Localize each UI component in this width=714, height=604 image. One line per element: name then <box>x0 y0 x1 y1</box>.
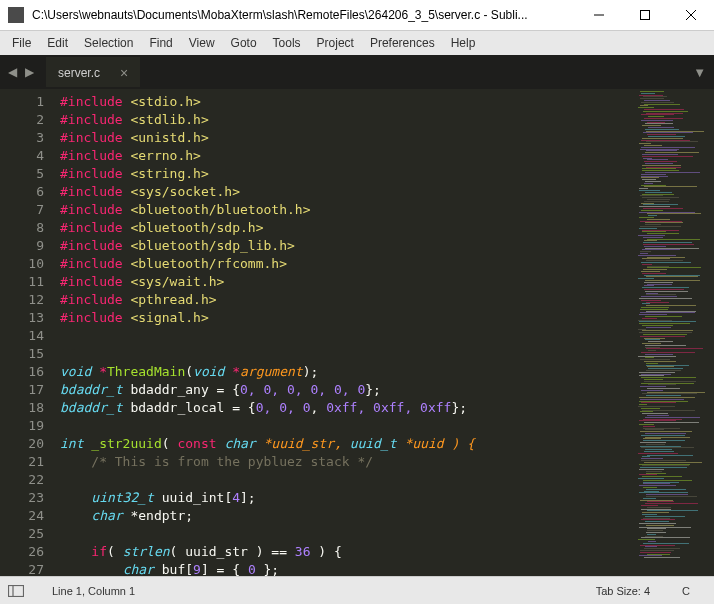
code-line: #include <sys/socket.h> <box>60 183 636 201</box>
code-line: if( strlen( uuid_str ) == 36 ) { <box>60 543 636 561</box>
tab-label: server.c <box>58 66 100 80</box>
app-icon <box>8 7 24 23</box>
code-editor[interactable]: #include <stdio.h>#include <stdlib.h>#in… <box>56 89 636 576</box>
line-number: 9 <box>0 237 44 255</box>
code-line <box>60 471 636 489</box>
window-controls <box>576 0 714 31</box>
minimize-button[interactable] <box>576 0 622 31</box>
line-number: 1 <box>0 93 44 111</box>
code-line: uint32_t uuid_int[4]; <box>60 489 636 507</box>
code-line: int _str2uuid( const char *uuid_str, uui… <box>60 435 636 453</box>
code-line: /* This is from the pybluez stack */ <box>60 453 636 471</box>
code-line: #include <unistd.h> <box>60 129 636 147</box>
menu-selection[interactable]: Selection <box>76 34 141 52</box>
line-number: 4 <box>0 147 44 165</box>
menu-edit[interactable]: Edit <box>39 34 76 52</box>
code-line <box>60 345 636 363</box>
line-number: 23 <box>0 489 44 507</box>
code-line: #include <string.h> <box>60 165 636 183</box>
menu-file[interactable]: File <box>4 34 39 52</box>
code-line: #include <errno.h> <box>60 147 636 165</box>
line-number: 15 <box>0 345 44 363</box>
code-line: char *endptr; <box>60 507 636 525</box>
tab-server-c[interactable]: server.c × <box>46 57 140 87</box>
close-button[interactable] <box>668 0 714 31</box>
code-line: #include <stdlib.h> <box>60 111 636 129</box>
line-number: 2 <box>0 111 44 129</box>
line-number: 10 <box>0 255 44 273</box>
code-line <box>60 417 636 435</box>
tab-strip: ◀ ▶ server.c × ▼ <box>0 55 714 89</box>
line-number: 17 <box>0 381 44 399</box>
code-line: #include <stdio.h> <box>60 93 636 111</box>
code-line: #include <pthread.h> <box>60 291 636 309</box>
menu-find[interactable]: Find <box>141 34 180 52</box>
status-tab-size[interactable]: Tab Size: 4 <box>580 585 666 597</box>
menu-goto[interactable]: Goto <box>223 34 265 52</box>
code-line: #include <sys/wait.h> <box>60 273 636 291</box>
line-number: 3 <box>0 129 44 147</box>
menu-help[interactable]: Help <box>443 34 484 52</box>
line-number: 5 <box>0 165 44 183</box>
code-line: #include <signal.h> <box>60 309 636 327</box>
code-line: bdaddr_t bdaddr_any = {0, 0, 0, 0, 0, 0}… <box>60 381 636 399</box>
line-number: 25 <box>0 525 44 543</box>
line-number: 26 <box>0 543 44 561</box>
line-number: 13 <box>0 309 44 327</box>
code-line <box>60 327 636 345</box>
tab-prev-icon[interactable]: ◀ <box>6 63 19 81</box>
line-number: 19 <box>0 417 44 435</box>
code-line: #include <bluetooth/bluetooth.h> <box>60 201 636 219</box>
line-number: 27 <box>0 561 44 579</box>
code-line: bdaddr_t bdaddr_local = {0, 0, 0, 0xff, … <box>60 399 636 417</box>
line-number: 16 <box>0 363 44 381</box>
tab-next-icon[interactable]: ▶ <box>23 63 36 81</box>
line-number: 8 <box>0 219 44 237</box>
menu-view[interactable]: View <box>181 34 223 52</box>
editor-area: 1234567891011121314151617181920212223242… <box>0 89 714 576</box>
code-line: #include <bluetooth/sdp_lib.h> <box>60 237 636 255</box>
line-number: 22 <box>0 471 44 489</box>
svg-rect-1 <box>641 11 650 20</box>
minimap[interactable] <box>636 89 714 576</box>
line-number: 21 <box>0 453 44 471</box>
code-line: #include <bluetooth/rfcomm.h> <box>60 255 636 273</box>
title-bar: C:\Users\webnauts\Documents\MobaXterm\sl… <box>0 0 714 31</box>
line-gutter[interactable]: 1234567891011121314151617181920212223242… <box>0 89 56 576</box>
menu-preferences[interactable]: Preferences <box>362 34 443 52</box>
menu-bar: File Edit Selection Find View Goto Tools… <box>0 31 714 55</box>
status-bar: Line 1, Column 1 Tab Size: 4 C <box>0 576 714 604</box>
line-number: 18 <box>0 399 44 417</box>
menu-project[interactable]: Project <box>309 34 362 52</box>
code-line <box>60 525 636 543</box>
tab-menu-icon[interactable]: ▼ <box>693 65 706 80</box>
panel-switcher-icon[interactable] <box>8 585 24 597</box>
line-number: 12 <box>0 291 44 309</box>
tab-close-icon[interactable]: × <box>120 65 128 81</box>
window-title: C:\Users\webnauts\Documents\MobaXterm\sl… <box>32 8 576 22</box>
line-number: 24 <box>0 507 44 525</box>
line-number: 6 <box>0 183 44 201</box>
svg-rect-4 <box>9 585 24 596</box>
code-line: char buf[9] = { 0 }; <box>60 561 636 576</box>
maximize-button[interactable] <box>622 0 668 31</box>
line-number: 14 <box>0 327 44 345</box>
tab-nav: ◀ ▶ <box>0 63 42 81</box>
line-number: 11 <box>0 273 44 291</box>
status-syntax[interactable]: C <box>666 585 706 597</box>
status-cursor-position[interactable]: Line 1, Column 1 <box>36 585 151 597</box>
code-line: #include <bluetooth/sdp.h> <box>60 219 636 237</box>
line-number: 20 <box>0 435 44 453</box>
line-number: 7 <box>0 201 44 219</box>
code-line: void *ThreadMain(void *argument); <box>60 363 636 381</box>
menu-tools[interactable]: Tools <box>265 34 309 52</box>
